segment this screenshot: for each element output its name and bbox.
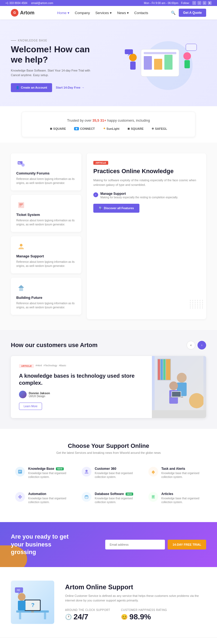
html-tag: #Html (36, 364, 42, 368)
svg-rect-2 (144, 52, 176, 54)
dots-decoration (190, 300, 203, 308)
feature-ticket-system: Ticket System Reference about lorem Ipgi… (11, 195, 81, 232)
support-stats: AROUND THE CLOCK SUPPORT 🕐 24/7 CUSTOMER… (65, 609, 206, 621)
svg-rect-26 (158, 359, 160, 380)
people-image (152, 356, 206, 410)
cta-trial-button[interactable]: 14-DAY FREE TRIAL (168, 540, 206, 549)
svg-point-44 (20, 496, 21, 497)
online-support-title: Artom Online Support (65, 583, 206, 591)
ticket-title: Ticket System (16, 213, 76, 217)
svg-rect-29 (166, 359, 170, 380)
trusted-text: Trusted by over 35,5 31+ happy customers… (33, 118, 184, 122)
logo-safegl: ⊗ SAFEGL (152, 127, 167, 130)
features-left: Community Forums Reference about lorem I… (11, 153, 81, 319)
cta-email-input[interactable] (105, 540, 165, 549)
community-title: Community Forums (16, 171, 76, 175)
author-info: Donnie Jakson UI/UX Design (29, 391, 50, 398)
svg-rect-19 (19, 205, 22, 205)
nav-news[interactable]: News ▾ (117, 11, 129, 15)
svg-point-41 (85, 470, 88, 472)
nav-home[interactable]: Home ▾ (57, 11, 69, 15)
community-desc: Reference about lorem Ipgivng informatio… (16, 177, 76, 185)
knowledge-icon (15, 467, 25, 477)
knowledge-desc: Knowledge base that organised collection… (28, 471, 69, 479)
nav-company[interactable]: Company (75, 11, 90, 15)
hero-illustration (114, 36, 206, 95)
support-item-automation: Automation Knowledge base that organised… (11, 488, 73, 509)
features-layout: Community Forums Reference about lorem I… (11, 153, 206, 319)
customer360-title: Customer 360 (95, 467, 135, 471)
svg-point-30 (177, 373, 187, 383)
trusted-section: Trusted by over 35,5 31+ happy customers… (22, 112, 195, 137)
svg-rect-12 (186, 44, 197, 51)
customer-card-right (152, 356, 206, 418)
svg-rect-10 (125, 49, 133, 54)
database-icon (82, 492, 91, 502)
svg-point-6 (129, 54, 137, 61)
support-item-alerts: Task and Alerts Knowledge base that orga… (144, 462, 206, 483)
social-icons-group: f t in ▶ (192, 1, 212, 5)
nav-arrows: ‹ › (187, 341, 206, 349)
cta-title: Are you ready to get your business gross… (11, 533, 76, 556)
alerts-title: Task and Alerts (161, 467, 202, 471)
customer-title: A knowledge bases is technology used sto… (19, 372, 144, 386)
follow-label: Follow: (181, 2, 190, 5)
customers-title: How our customers use Artom (11, 342, 97, 349)
support-options-title: Choose Your Support Online (11, 442, 206, 449)
knowledge-content: Knowledge Base NEW Knowledge base that o… (28, 467, 69, 479)
svg-rect-54 (152, 497, 154, 498)
cta-form: 14-DAY FREE TRIAL (105, 540, 206, 549)
support-item-knowledge: Knowledge Base NEW Knowledge base that o… (11, 462, 73, 483)
svg-marker-23 (18, 285, 24, 288)
main-header: G Artom Home ▾ Company Services ▾ News ▾… (0, 6, 217, 20)
svg-rect-36 (172, 392, 181, 397)
svg-rect-22 (19, 287, 23, 291)
facebook-icon[interactable]: f (192, 1, 196, 5)
svg-rect-7 (130, 62, 136, 70)
trial-button[interactable]: Start 14-Day Free → (56, 86, 85, 89)
twitter-icon[interactable]: t (197, 1, 201, 5)
main-nav: Home ▾ Company Services ▾ News ▾ Contact… (57, 11, 148, 15)
new-badge-2: NEW (126, 493, 133, 496)
next-arrow[interactable]: › (197, 341, 206, 349)
building-icon (16, 283, 26, 293)
svg-rect-39 (19, 471, 21, 471)
cta-wrapper: Are you ready to get your business gross… (0, 522, 217, 567)
logo[interactable]: G Artom (11, 9, 34, 17)
stat-247-value: 🕐 24/7 (65, 613, 110, 621)
discover-button[interactable]: 🔍 Discover all Features (93, 204, 139, 213)
new-badge-1: NEW (56, 467, 64, 470)
svg-text:Hi!: Hi! (17, 589, 20, 592)
clock-icon: 🕐 (65, 614, 72, 620)
building-title: Building Future (16, 296, 76, 300)
database-desc: Knowledge base that organised collection… (95, 497, 135, 504)
basic-tag: #Basic (59, 364, 66, 368)
learn-more-button[interactable]: Learn More (19, 403, 42, 410)
hero-section: KNOWLEDGE BASE Welcome! How can we help?… (0, 20, 217, 106)
svg-point-16 (21, 163, 25, 167)
customer360-desc: Knowledge base that organised collection… (95, 471, 135, 479)
svg-rect-52 (152, 496, 154, 496)
youtube-icon[interactable]: ▶ (208, 1, 212, 5)
svg-rect-20 (19, 206, 21, 206)
svg-rect-18 (19, 204, 23, 204)
features-right: ARTICLE Practices Online Knowledge Makin… (87, 153, 206, 319)
smile-icon: 😊 (121, 614, 128, 620)
article-badge: ARTICLE (93, 161, 108, 165)
articles-icon (148, 492, 158, 502)
customer-card: ARTICLE #Html #Technology #Basic A knowl… (11, 356, 206, 418)
svg-rect-13 (18, 161, 23, 164)
practices-title: Practices Online Knowledge (93, 167, 200, 175)
prev-arrow[interactable]: ‹ (187, 341, 195, 349)
practices-desc: Making for software exploity of the rota… (93, 178, 200, 187)
nav-contacts[interactable]: Contacts (134, 11, 148, 15)
create-account-button[interactable]: 👤 Create an Account (11, 83, 52, 92)
search-button[interactable]: 🔍 (171, 11, 175, 15)
nav-services[interactable]: Services ▾ (95, 11, 111, 15)
linkedin-icon[interactable]: in (203, 1, 206, 5)
hero-buttons: 👤 Create an Account Start 14-Day Free → (11, 83, 98, 92)
get-quote-button[interactable]: Get A Quote (179, 9, 206, 17)
svg-point-50 (85, 496, 88, 497)
trusted-count: 35,5 31+ (92, 118, 106, 122)
svg-rect-3 (144, 56, 152, 70)
